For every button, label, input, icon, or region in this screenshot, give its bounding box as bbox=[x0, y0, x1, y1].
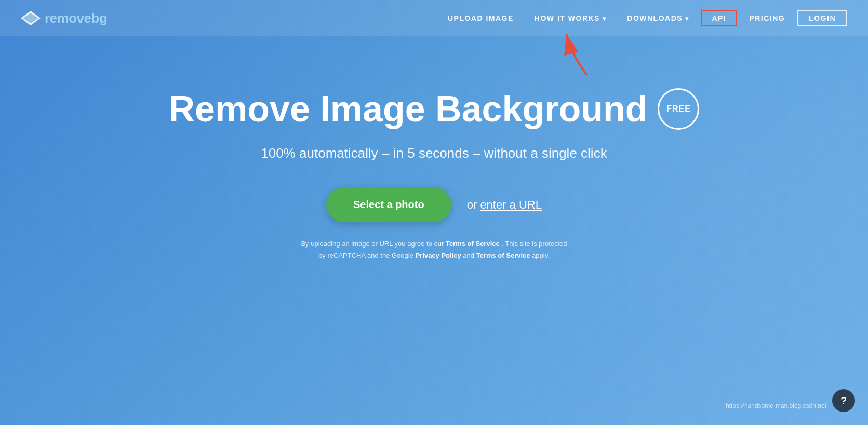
help-button[interactable]: ? bbox=[832, 389, 855, 412]
nav-api[interactable]: API bbox=[701, 10, 737, 26]
hero-section: Remove Image Background FREE 100% automa… bbox=[0, 36, 868, 262]
nav-links: UPLOAD IMAGE HOW IT WORKS DOWNLOADS API … bbox=[439, 10, 847, 26]
logo-icon bbox=[21, 11, 41, 25]
terms-of-service-link-1[interactable]: Terms of Service bbox=[446, 240, 500, 248]
terms-of-service-link-2[interactable]: Terms of Service bbox=[476, 252, 530, 259]
logo-text: removebg bbox=[45, 10, 107, 26]
enter-url-link[interactable]: enter a URL bbox=[480, 198, 542, 211]
logo[interactable]: removebg bbox=[21, 10, 107, 26]
nav-pricing[interactable]: PRICING bbox=[741, 10, 793, 26]
svg-marker-1 bbox=[23, 13, 38, 23]
hero-title: Remove Image Background FREE bbox=[169, 88, 700, 130]
navbar: removebg UPLOAD IMAGE HOW IT WORKS DOWNL… bbox=[0, 0, 868, 36]
select-photo-button[interactable]: Select a photo bbox=[326, 187, 451, 222]
logo-remove: remove bbox=[45, 10, 91, 26]
nav-login[interactable]: LOGIN bbox=[797, 10, 847, 26]
url-text: or enter a URL bbox=[467, 198, 542, 212]
hero-title-text: Remove Image Background bbox=[169, 89, 648, 129]
legal-text: By uploading an image or URL you agree t… bbox=[301, 238, 567, 262]
url-tooltip: https://handsome-man.blog.csdn.net bbox=[726, 402, 826, 409]
nav-how-it-works[interactable]: HOW IT WORKS bbox=[526, 10, 615, 26]
free-badge: FREE bbox=[658, 88, 699, 130]
logo-bg: bg bbox=[91, 10, 108, 26]
cta-row: Select a photo or enter a URL bbox=[326, 187, 542, 222]
privacy-policy-link[interactable]: Privacy Policy bbox=[416, 252, 461, 259]
nav-upload-image[interactable]: UPLOAD IMAGE bbox=[439, 10, 522, 26]
nav-downloads[interactable]: DOWNLOADS bbox=[619, 10, 697, 26]
hero-subtitle: 100% automatically – in 5 seconds – with… bbox=[261, 145, 607, 161]
